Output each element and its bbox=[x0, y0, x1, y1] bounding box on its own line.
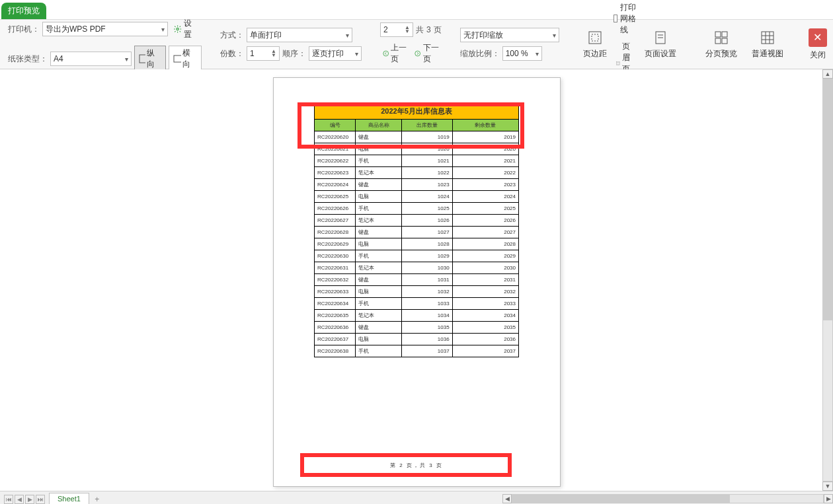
paper-label: 纸张类型： bbox=[8, 54, 48, 65]
chevron-down-icon: ▾ bbox=[161, 26, 165, 33]
page-spinner[interactable]: 2 ▲▼ bbox=[380, 22, 413, 37]
settings-label: 设置 bbox=[184, 18, 199, 40]
margins-icon bbox=[587, 30, 603, 46]
printer-label: 打印机： bbox=[8, 24, 40, 35]
zoom-mode-combo[interactable]: 无打印缩放 ▾ bbox=[460, 28, 559, 42]
chevron-down-icon: ▾ bbox=[125, 55, 128, 63]
page-setup-label: 页面设置 bbox=[645, 48, 676, 59]
close-label: 关闭 bbox=[810, 50, 826, 61]
svg-rect-5 bbox=[589, 32, 601, 44]
close-button[interactable]: ✕ 关闭 bbox=[803, 26, 832, 63]
page-total: 3 bbox=[426, 25, 431, 34]
svg-rect-15 bbox=[715, 38, 721, 44]
gridlines-checkbox[interactable]: 打印网格线 bbox=[614, 2, 638, 36]
close-icon: ✕ bbox=[809, 28, 827, 47]
copies-label: 份数： bbox=[220, 48, 244, 59]
chevron-down-icon: ▾ bbox=[536, 50, 539, 57]
page-break-label: 分页预览 bbox=[705, 48, 737, 59]
mode-value: 单面打印 bbox=[250, 30, 282, 41]
prev-page-label: 上一页 bbox=[391, 42, 407, 65]
landscape-label: 横向 bbox=[182, 48, 197, 69]
normal-view-button[interactable]: 普通视图 bbox=[746, 20, 789, 69]
order-value: 逐页打印 bbox=[312, 48, 344, 59]
margins-button[interactable]: 页边距 bbox=[578, 20, 612, 69]
svg-rect-16 bbox=[722, 38, 727, 44]
prev-page-button[interactable]: 上一页 bbox=[380, 41, 409, 66]
svg-rect-6 bbox=[592, 34, 598, 41]
zoom-ratio-label: 缩放比例： bbox=[460, 48, 500, 59]
portrait-label: 纵向 bbox=[147, 48, 161, 69]
zoom-mode-value: 无打印缩放 bbox=[463, 30, 503, 41]
order-label: 顺序： bbox=[282, 48, 306, 59]
landscape-button[interactable]: 横向 bbox=[169, 46, 202, 69]
printer-value: 导出为WPS PDF bbox=[46, 24, 106, 35]
landscape-icon bbox=[173, 55, 182, 63]
ribbon-toolbar: 打印机： 导出为WPS PDF ▾ 设置 纸张类型： A4 ▾ 纵向 横向 bbox=[0, 20, 833, 69]
svg-point-0 bbox=[177, 28, 178, 30]
svg-rect-17 bbox=[762, 32, 774, 44]
zoom-ratio-value: 100 % bbox=[506, 49, 528, 58]
mode-combo[interactable]: 单面打印 ▾ bbox=[247, 28, 352, 42]
normal-view-label: 普通视图 bbox=[752, 48, 783, 59]
svg-rect-2 bbox=[174, 55, 182, 62]
copies-spinner[interactable]: 1 ▲▼ bbox=[247, 46, 280, 61]
header-footer-icon bbox=[616, 59, 620, 68]
grid-icon bbox=[760, 30, 775, 46]
chevron-down-icon: ▾ bbox=[553, 32, 556, 39]
svg-rect-13 bbox=[715, 32, 721, 37]
paper-combo[interactable]: A4 ▾ bbox=[50, 52, 132, 66]
portrait-button[interactable]: 纵向 bbox=[134, 46, 166, 69]
checkbox-icon bbox=[614, 15, 617, 22]
svg-point-4 bbox=[415, 51, 420, 56]
page-total-prefix: 共 bbox=[416, 24, 424, 36]
order-combo[interactable]: 逐页打印 ▾ bbox=[309, 46, 362, 61]
margins-label: 页边距 bbox=[583, 48, 607, 59]
page-break-icon bbox=[713, 30, 729, 46]
next-page-button[interactable]: 下一页 bbox=[412, 41, 441, 66]
copies-value: 1 bbox=[250, 49, 255, 58]
svg-rect-1 bbox=[139, 55, 146, 63]
arrow-right-icon bbox=[415, 49, 420, 58]
page-setup-icon bbox=[653, 30, 668, 46]
settings-button[interactable]: 设置 bbox=[171, 17, 202, 42]
page-setup-button[interactable]: 页面设置 bbox=[639, 20, 682, 69]
chevron-down-icon: ▾ bbox=[355, 50, 358, 57]
paper-value: A4 bbox=[54, 54, 63, 63]
page-current: 2 bbox=[383, 25, 388, 34]
svg-rect-14 bbox=[722, 32, 727, 37]
printer-combo[interactable]: 导出为WPS PDF ▾ bbox=[42, 22, 168, 36]
arrow-left-icon bbox=[383, 49, 389, 58]
svg-point-3 bbox=[383, 51, 389, 56]
header-footer-label: 页眉页脚 bbox=[622, 41, 635, 70]
page-total-suffix: 页 bbox=[434, 24, 442, 36]
zoom-ratio-combo[interactable]: 100 % ▾ bbox=[502, 46, 542, 61]
chevron-down-icon: ▾ bbox=[346, 32, 349, 39]
page-break-button[interactable]: 分页预览 bbox=[700, 20, 742, 69]
header-footer-button[interactable]: 页眉页脚 bbox=[614, 40, 638, 70]
next-page-label: 下一页 bbox=[423, 42, 439, 65]
svg-rect-7 bbox=[616, 61, 619, 64]
gear-icon bbox=[173, 24, 182, 34]
portrait-icon bbox=[139, 54, 146, 63]
gridlines-label: 打印网格线 bbox=[620, 2, 638, 36]
mode-label: 方式： bbox=[220, 30, 244, 41]
